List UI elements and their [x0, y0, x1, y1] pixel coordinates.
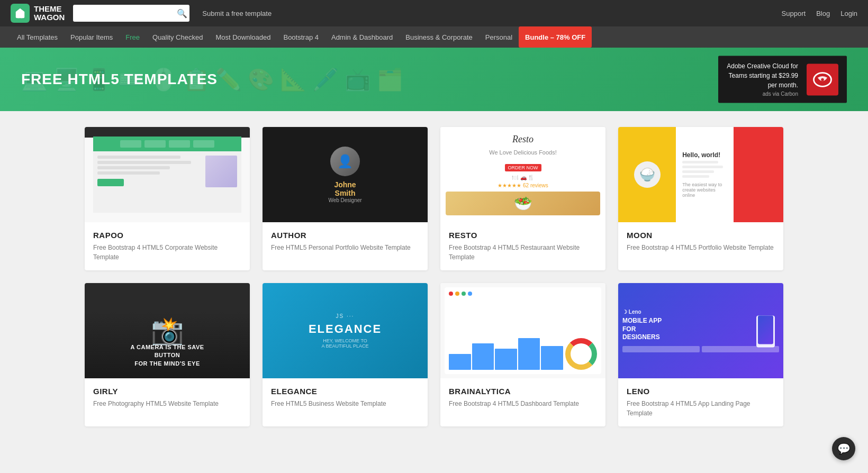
search-button[interactable]: 🔍 — [173, 8, 189, 19]
author-desc: Free HTML5 Personal Portfolio Website Te… — [271, 243, 419, 252]
ad-box[interactable]: Adobe Creative Cloud forTeams starting a… — [718, 56, 847, 103]
resto-brand: Resto — [512, 134, 534, 145]
brain-dot-blue — [468, 292, 472, 296]
nav-most-downloaded[interactable]: Most Downloaded — [209, 26, 277, 48]
template-card-rapoo[interactable]: RAPOO Free Bootstrap 4 HTML5 Corporate W… — [85, 127, 250, 270]
main-nav: All Templates Popular Items Free Quality… — [0, 26, 868, 48]
logo-text: THEME WAGON — [34, 5, 65, 22]
nav-popular-items[interactable]: Popular Items — [64, 26, 119, 48]
rapoo-title: RAPOO — [93, 231, 241, 240]
template-card-girly[interactable]: 📸 A CAMERA IS THE SAVE BUTTONFOR THE MIN… — [85, 283, 250, 426]
login-link[interactable]: Login — [840, 10, 857, 17]
girly-thumb: 📸 A CAMERA IS THE SAVE BUTTONFOR THE MIN… — [85, 283, 250, 378]
elegance-title: ELEGANCE — [271, 387, 419, 396]
brain-dot-orange — [455, 292, 459, 296]
author-body: AUTHOR Free HTML5 Personal Portfolio Web… — [263, 222, 428, 261]
girly-overlay-text: A CAMERA IS THE SAVE BUTTONFOR THE MIND'… — [126, 343, 209, 368]
elegance-subtitle: HEY, WELCOME TOA BEAUTIFUL PLACE — [309, 338, 382, 349]
elegance-desc: Free HTML5 Business Website Template — [271, 399, 419, 408]
brain-card — [445, 287, 601, 374]
template-card-brainalytica[interactable]: BRAINALYTICA Free Bootstrap 4 HTML5 Dash… — [440, 283, 605, 426]
blog-link[interactable]: Blog — [816, 10, 830, 17]
elegance-brand: JS ··· — [309, 313, 382, 319]
brainalytica-preview — [440, 283, 605, 378]
resto-title: RESTO — [449, 231, 597, 240]
topbar: THEME WAGON 🔍 Submit a free template Sup… — [0, 0, 868, 26]
moon-sub: The easiest way to create websites onlin… — [682, 182, 727, 198]
logo-svg — [14, 7, 26, 19]
leno-btn-1 — [622, 346, 700, 352]
template-card-author[interactable]: 👤 Johne Smith Web Designer AUTHOR Free H… — [263, 127, 428, 270]
template-card-leno[interactable]: ☽ Leno MOBILE APPFORDESIGNERS — [618, 283, 783, 426]
template-card-moon[interactable]: 🍚 Hello, world! The easiest way to creat… — [618, 127, 783, 270]
adobe-svg — [811, 68, 834, 91]
leno-title: LENO — [627, 387, 775, 396]
brainalytica-title: BRAINALYTICA — [449, 387, 597, 396]
elegance-preview: JS ··· ELEGANCE HEY, WELCOME TOA BEAUTIF… — [263, 283, 428, 378]
resto-thumb: Resto We Love Delicious Foods! ORDER NOW… — [440, 127, 605, 222]
nav-quality-checked[interactable]: Quality Checked — [146, 26, 209, 48]
girly-preview: 📸 A CAMERA IS THE SAVE BUTTONFOR THE MIN… — [85, 283, 250, 378]
author-preview: 👤 Johne Smith Web Designer — [263, 127, 428, 222]
adobe-logo — [807, 63, 838, 95]
brainalytica-body: BRAINALYTICA Free Bootstrap 4 HTML5 Dash… — [440, 378, 605, 417]
moon-left-panel: 🍚 — [618, 127, 676, 222]
brain-dot-green — [462, 292, 466, 296]
leno-phone-mockup — [756, 314, 775, 348]
moon-preview: 🍚 Hello, world! The easiest way to creat… — [618, 127, 783, 222]
brain-header — [449, 292, 597, 296]
elegance-inner: JS ··· ELEGANCE HEY, WELCOME TOA BEAUTIF… — [309, 313, 382, 349]
leno-headline: MOBILE APPFORDESIGNERS — [622, 317, 779, 342]
moon-red-panel — [734, 127, 783, 222]
leno-preview: ☽ Leno MOBILE APPFORDESIGNERS — [618, 283, 783, 378]
leno-desc: Free Bootstrap 4 HTML5 App Landing Page … — [627, 399, 775, 418]
search-input[interactable] — [73, 10, 173, 17]
rapoo-preview — [85, 127, 250, 222]
resto-icons: 🚗 🍴 — [520, 175, 535, 180]
hero-section: 💻 🖥️ 📱 ⌨️ 🖱️ 📋 ✏️ 🎨 📐 🖊️ 📺 🗂️ FREE HTML5… — [0, 48, 868, 111]
elegance-body: ELEGANCE Free HTML5 Business Website Tem… — [263, 378, 428, 417]
leno-brand: ☽ Leno — [622, 309, 779, 315]
author-avatar: 👤 — [330, 147, 360, 176]
nav-free[interactable]: Free — [119, 26, 146, 48]
chat-button[interactable]: 💬 — [832, 437, 855, 442]
brain-bar-chart — [449, 338, 563, 370]
ad-text: Adobe Creative Cloud forTeams starting a… — [727, 61, 798, 98]
moon-title: MOON — [627, 231, 775, 240]
girly-desc: Free Photography HTML5 Website Template — [93, 399, 241, 408]
resto-body: RESTO Free Bootstrap 4 HTML5 Restauraant… — [440, 222, 605, 270]
logo[interactable]: THEME WAGON — [11, 4, 65, 23]
rapoo-banner-bar — [93, 137, 242, 151]
support-link[interactable]: Support — [782, 10, 806, 17]
nav-bootstrap-4[interactable]: Bootstrap 4 — [277, 26, 325, 48]
nav-all-templates[interactable]: All Templates — [11, 26, 64, 48]
leno-thumb: ☽ Leno MOBILE APPFORDESIGNERS — [618, 283, 783, 378]
brain-donut-chart — [565, 338, 597, 370]
templates-grid: RAPOO Free Bootstrap 4 HTML5 Corporate W… — [85, 127, 783, 426]
nav-admin-dashboard[interactable]: Admin & Dashboard — [325, 26, 399, 48]
author-name-text: Johne — [328, 180, 361, 189]
resto-stars: ★★★★★ 62 reviews — [498, 183, 548, 188]
brainalytica-desc: Free Bootstrap 4 HTML5 Dashboard Templat… — [449, 399, 597, 408]
template-card-resto[interactable]: Resto We Love Delicious Foods! ORDER NOW… — [440, 127, 605, 270]
elegance-thumb: JS ··· ELEGANCE HEY, WELCOME TOA BEAUTIF… — [263, 283, 428, 378]
resto-tagline: We Love Delicious Foods! — [489, 149, 557, 156]
search-bar[interactable]: 🔍 — [73, 5, 189, 22]
nav-business-corporate[interactable]: Business & Corporate — [399, 26, 478, 48]
author-thumb: 👤 Johne Smith Web Designer — [263, 127, 428, 222]
leno-phone — [756, 316, 775, 348]
elegance-main-title: ELEGANCE — [309, 322, 382, 336]
leno-buttons — [622, 346, 779, 352]
submit-free-template-link[interactable]: Submit a free template — [202, 10, 272, 17]
logo-icon — [11, 4, 30, 23]
nav-personal[interactable]: Personal — [479, 26, 519, 48]
svg-point-1 — [821, 78, 824, 81]
girly-body: GIRLY Free Photography HTML5 Website Tem… — [85, 378, 250, 417]
author-title-text: Web Designer — [328, 197, 361, 203]
resto-desc: Free Bootstrap 4 HTML5 Restauraant Websi… — [449, 243, 597, 262]
nav-bundle[interactable]: Bundle – 78% OFF — [519, 26, 592, 48]
rapoo-desc: Free Bootstrap 4 HTML5 Corporate Website… — [93, 243, 241, 262]
topbar-right: Support Blog Login — [782, 10, 857, 17]
main-content: RAPOO Free Bootstrap 4 HTML5 Corporate W… — [64, 111, 804, 442]
template-card-elegance[interactable]: JS ··· ELEGANCE HEY, WELCOME TOA BEAUTIF… — [263, 283, 428, 426]
